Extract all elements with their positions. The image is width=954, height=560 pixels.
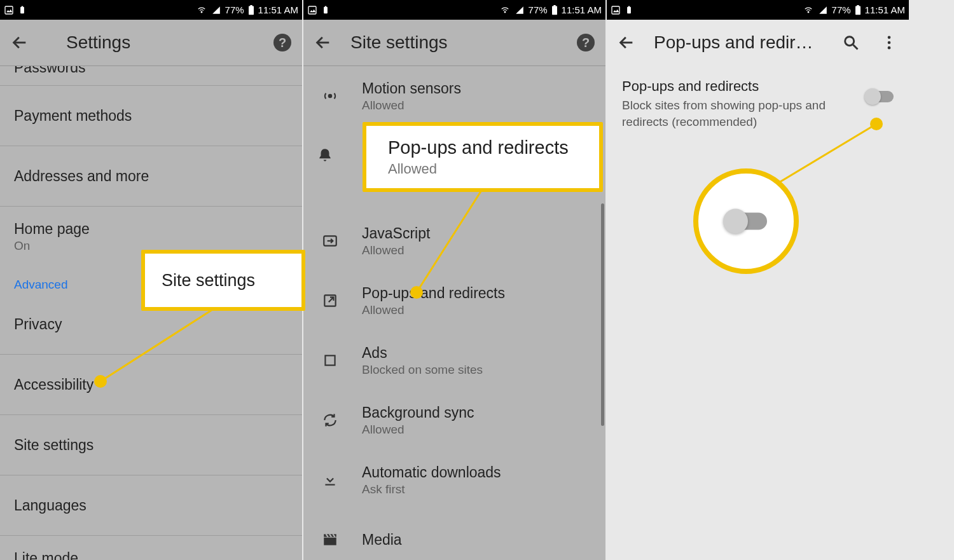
list-item-label: Site settings bbox=[14, 437, 93, 454]
help-button[interactable]: ? bbox=[575, 32, 597, 53]
more-vert-icon bbox=[880, 34, 898, 51]
svg-point-41 bbox=[888, 36, 891, 39]
svg-point-18 bbox=[329, 95, 331, 97]
callout-toggle-zoom bbox=[693, 168, 799, 274]
svg-rect-33 bbox=[628, 6, 630, 7]
list-item-lite-mode[interactable]: Lite mode Off bbox=[0, 536, 302, 560]
list-item-label: Home page bbox=[14, 221, 90, 238]
svg-point-43 bbox=[888, 46, 891, 50]
popup-toggle[interactable] bbox=[866, 91, 894, 102]
list-item-auto-downloads[interactable]: Automatic downloads Ask first bbox=[303, 450, 605, 510]
callout-label: Site settings bbox=[162, 271, 301, 290]
svg-line-22 bbox=[329, 297, 334, 303]
svg-rect-23 bbox=[325, 355, 335, 365]
back-button[interactable] bbox=[312, 32, 334, 53]
callout-label: Pop-ups and redirects bbox=[388, 137, 599, 158]
battery-saver-icon bbox=[625, 5, 633, 15]
battery-saver-icon bbox=[321, 5, 330, 15]
help-icon: ? bbox=[273, 34, 291, 51]
list-item-label: Motion sensors bbox=[362, 80, 461, 97]
svg-rect-0 bbox=[5, 6, 13, 14]
svg-rect-37 bbox=[857, 5, 859, 6]
list-item-cut[interactable]: Passwords bbox=[0, 66, 302, 86]
status-bar: 77% 11:51 AM bbox=[607, 0, 909, 20]
callout-sub: Allowed bbox=[388, 161, 599, 177]
back-button[interactable] bbox=[616, 32, 637, 53]
settings-list: Payment methods Addresses and more Home … bbox=[0, 86, 302, 560]
list-item-site-settings[interactable]: Site settings bbox=[0, 415, 302, 475]
wifi-icon bbox=[499, 6, 511, 15]
app-bar: Pop-ups and redir… bbox=[607, 20, 909, 65]
list-item-payment-methods[interactable]: Payment methods bbox=[0, 86, 302, 146]
svg-rect-15 bbox=[552, 6, 557, 15]
screen-site-settings: 77% 11:51 AM Site settings ? Motion sens… bbox=[303, 0, 605, 560]
image-icon bbox=[4, 5, 14, 15]
motion-icon bbox=[317, 88, 343, 104]
svg-rect-3 bbox=[22, 6, 23, 7]
callout-site-settings: Site settings bbox=[141, 250, 305, 311]
svg-point-42 bbox=[888, 41, 891, 44]
svg-rect-32 bbox=[627, 6, 631, 13]
list-item-ads[interactable]: Ads Blocked on some sites bbox=[303, 331, 605, 390]
list-item-accessibility[interactable]: Accessibility bbox=[0, 355, 302, 415]
svg-rect-36 bbox=[855, 6, 861, 15]
callout-popups: Pop-ups and redirects Allowed bbox=[363, 122, 603, 192]
svg-point-39 bbox=[845, 37, 854, 46]
list-item-sub: Blocked on some sites bbox=[362, 363, 483, 377]
status-bar: 77% 11:51 AM bbox=[0, 0, 302, 20]
list-item-background-sync[interactable]: Background sync Allowed bbox=[303, 390, 605, 450]
battery-icon bbox=[855, 5, 861, 15]
open-new-icon bbox=[317, 292, 343, 309]
back-button[interactable] bbox=[9, 32, 31, 53]
screen-popups-redirects: 77% 11:51 AM Pop-ups and redir… Pop-ups … bbox=[607, 0, 909, 560]
help-icon: ? bbox=[577, 34, 595, 51]
list-item-label: Addresses and more bbox=[14, 168, 149, 185]
list-item-sub: Allowed bbox=[362, 423, 474, 437]
list-item-label: Automatic downloads bbox=[362, 464, 501, 481]
app-bar: Settings ? bbox=[0, 20, 302, 66]
svg-line-40 bbox=[854, 45, 858, 50]
list-item-label: Payment methods bbox=[14, 107, 132, 125]
wifi-icon bbox=[803, 6, 814, 15]
svg-point-4 bbox=[201, 11, 202, 13]
status-bar: 77% 11:51 AM bbox=[303, 0, 605, 20]
page-title: Pop-ups and redir… bbox=[654, 32, 824, 53]
svg-rect-16 bbox=[553, 5, 555, 6]
list-item-label: Pop-ups and redirects bbox=[362, 285, 505, 302]
app-bar: Site settings ? bbox=[303, 20, 605, 66]
download-icon bbox=[317, 472, 343, 488]
help-button[interactable]: ? bbox=[272, 32, 293, 53]
list-item-label: Privacy bbox=[14, 316, 62, 333]
list-item-popups-2[interactable]: Pop-ups and redirects Allowed bbox=[303, 271, 605, 331]
popup-toggle-row[interactable]: Pop-ups and redirects Block sites from s… bbox=[607, 65, 909, 130]
svg-rect-11 bbox=[324, 6, 328, 13]
list-item-motion-sensors[interactable]: Motion sensors Allowed bbox=[303, 66, 605, 126]
list-item-sub: Allowed bbox=[362, 303, 505, 317]
list-item-sub: On bbox=[14, 239, 90, 253]
list-item-sub: Allowed bbox=[362, 99, 461, 113]
list-item-label: Ads bbox=[362, 345, 483, 362]
search-button[interactable] bbox=[840, 32, 862, 53]
battery-percent: 77% bbox=[529, 4, 548, 15]
svg-rect-7 bbox=[250, 5, 252, 6]
svg-rect-6 bbox=[249, 6, 254, 15]
list-item-addresses[interactable]: Addresses and more bbox=[0, 146, 302, 207]
signal-icon bbox=[211, 6, 221, 15]
battery-percent: 77% bbox=[225, 4, 244, 15]
list-item-languages[interactable]: Languages bbox=[0, 475, 302, 536]
svg-point-34 bbox=[808, 11, 809, 13]
square-icon bbox=[317, 352, 343, 369]
list-item-label: Background sync bbox=[362, 404, 474, 421]
page-title: Site settings bbox=[350, 32, 558, 53]
svg-rect-25 bbox=[324, 538, 336, 545]
overflow-menu-button[interactable] bbox=[878, 32, 900, 53]
clock: 11:51 AM bbox=[865, 4, 905, 15]
bell-icon bbox=[317, 147, 333, 167]
battery-percent: 77% bbox=[832, 4, 851, 15]
scrollbar[interactable] bbox=[601, 203, 604, 426]
svg-marker-10 bbox=[310, 9, 315, 12]
svg-point-13 bbox=[504, 11, 506, 13]
list-item-label: Media bbox=[362, 531, 402, 549]
list-item-media[interactable]: Media bbox=[303, 510, 605, 560]
list-item-javascript[interactable]: JavaScript Allowed bbox=[303, 211, 605, 271]
